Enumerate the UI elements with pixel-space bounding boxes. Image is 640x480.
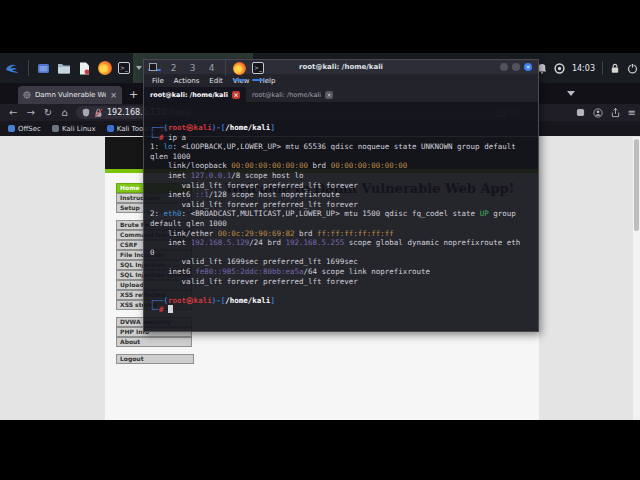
terminal-output[interactable]: ┌──(root㉿kali)-[/home/kali]└─# ip a1: lo… xyxy=(144,102,538,331)
list-all-tabs-chevron-icon[interactable] xyxy=(567,91,575,96)
terminal-icon: >_ xyxy=(252,62,264,74)
terminal-line: qlen 1000 xyxy=(150,152,538,162)
kali-menu-icon[interactable] xyxy=(0,53,24,83)
desktop: >_ 1 2 3 4 >_ xyxy=(0,0,640,480)
kali-linux-icon xyxy=(52,125,59,132)
kali-tools-icon xyxy=(107,125,114,132)
firefox-icon xyxy=(233,62,246,75)
sidebar-item-about[interactable]: About xyxy=(116,337,192,347)
browser-tab-dvwa[interactable]: Damn Vulnerable Web App × xyxy=(18,86,122,104)
tab-close-icon[interactable]: × xyxy=(110,91,117,100)
text-editor-icon[interactable] xyxy=(74,53,94,83)
terminal-line: 0 xyxy=(150,248,538,258)
terminal-line: inet6 ::1/128 scope host noprefixroute xyxy=(150,190,538,200)
extension-icon[interactable] xyxy=(576,108,585,117)
tab-title: Damn Vulnerable Web App xyxy=(35,91,106,99)
share-icon[interactable] xyxy=(611,108,620,118)
terminal-menubar: FileActionsEditViewHelp xyxy=(144,74,538,87)
workspace-4[interactable]: 4 xyxy=(202,63,221,73)
back-button[interactable]: ← xyxy=(9,107,17,118)
kali-dragon-icon xyxy=(5,61,20,76)
show-desktop-icon[interactable] xyxy=(33,53,53,83)
forward-button[interactable]: → xyxy=(26,107,34,118)
tab-favicon-globe-icon xyxy=(23,91,31,99)
terminal-menu-actions[interactable]: Actions xyxy=(174,77,200,85)
close-button[interactable]: × xyxy=(524,63,532,71)
terminal-line: default qlen 1000 xyxy=(150,219,538,229)
terminal-line: └─# xyxy=(150,305,538,315)
new-tab-button[interactable]: + xyxy=(129,88,138,101)
terminal-line: 2: eth0: <BROADCAST,MULTICAST,UP,LOWER_U… xyxy=(150,209,538,219)
terminal-line: inet 192.168.5.129/24 brd 192.168.5.255 … xyxy=(150,238,538,248)
window-icon xyxy=(37,62,50,75)
power-icon[interactable] xyxy=(627,63,638,74)
terminal-tab-1[interactable]: root@kali: /home/kali× xyxy=(144,87,246,102)
taskbar-terminal-window[interactable]: >_ xyxy=(249,53,267,83)
taskbar-separator xyxy=(225,60,226,76)
file-manager-icon[interactable] xyxy=(53,53,74,83)
menu-icon[interactable]: ≡ xyxy=(628,107,636,118)
terminal-line xyxy=(150,286,538,296)
terminal-line: valid_lft forever preferred_lft forever xyxy=(150,200,538,210)
record-icon[interactable] xyxy=(554,63,565,74)
sidebar-item-logout[interactable]: Logout xyxy=(116,354,194,364)
terminal-launcher-icon[interactable]: >_ xyxy=(115,53,133,83)
workspace-2[interactable]: 2 xyxy=(164,63,183,73)
terminal-line: ┌──(root㉿kali)-[/home/kali] xyxy=(150,123,538,133)
tray-separator xyxy=(602,61,603,75)
scrollbar-thumb[interactable] xyxy=(634,139,639,231)
document-icon xyxy=(79,62,90,75)
terminal-tab-close-icon[interactable]: × xyxy=(232,91,240,99)
terminal-window-icon xyxy=(149,63,157,71)
terminal-cursor xyxy=(168,305,173,313)
firefox-launcher-icon[interactable] xyxy=(94,53,115,83)
terminal-tab-2[interactable]: root@kali: /home/kali× xyxy=(246,87,339,102)
terminal-tab-label: root@kali: /home/kali xyxy=(150,91,228,99)
lock-icon[interactable] xyxy=(610,63,620,74)
terminal-tab-bar: root@kali: /home/kali×root@kali: /home/k… xyxy=(144,87,538,102)
terminal-menu-edit[interactable]: Edit xyxy=(209,77,223,85)
tracking-shield-icon[interactable] xyxy=(82,108,90,117)
terminal-line: inet6 fe80::985:2ddc:80bb:ea5a/64 scope … xyxy=(150,267,538,277)
offsec-icon xyxy=(8,125,15,132)
terminal-line: valid_lft 1699sec preferred_lft 1699sec xyxy=(150,257,538,267)
terminal-line: └─# ip a xyxy=(150,133,538,143)
toolbar-extensions: ≡ xyxy=(576,106,636,119)
terminal-line: link/ether 00:0c:29:90:69:82 brd ff:ff:f… xyxy=(150,229,538,239)
bookmark-label: Kali Linux xyxy=(62,125,96,133)
bookmark-kali-linux[interactable]: Kali Linux xyxy=(52,125,96,133)
terminal-line: ┌──(root㉿kali)-[/home/kali] xyxy=(150,296,538,306)
terminal-window: root@kali: /home/kali × FileActionsEditV… xyxy=(143,59,539,332)
account-icon[interactable] xyxy=(593,108,603,118)
taskbar-firefox-window[interactable] xyxy=(230,53,249,83)
firefox-icon xyxy=(98,61,112,75)
home-button[interactable]: ⌂ xyxy=(61,107,67,118)
reload-button[interactable]: ↻ xyxy=(44,107,52,118)
insecure-lock-icon[interactable] xyxy=(94,108,103,118)
chevron-down-icon xyxy=(136,66,142,70)
folder-icon xyxy=(57,62,71,74)
terminal-line: inet 127.0.0.1/8 scope host lo xyxy=(150,171,538,181)
page-scrollbar[interactable] xyxy=(633,137,640,420)
terminal-tab-close-icon[interactable]: × xyxy=(325,91,333,99)
bookmark-offsec[interactable]: OffSec xyxy=(8,125,41,133)
terminal-line: 1: lo: <LOOPBACK,UP,LOWER_UP> mtu 65536 … xyxy=(150,142,538,152)
taskbar-separator xyxy=(28,60,29,76)
terminal-line: valid_lft forever preferred_lft forever xyxy=(150,181,538,191)
terminal-line: valid_lft forever preferred_lft forever xyxy=(150,277,538,287)
terminal-menu-file[interactable]: File xyxy=(152,77,164,85)
terminal-icon: >_ xyxy=(118,62,130,74)
clock[interactable]: 14:03 xyxy=(572,64,595,73)
maximize-button[interactable] xyxy=(512,63,520,71)
workspace-3[interactable]: 3 xyxy=(183,63,202,73)
minimize-button[interactable] xyxy=(500,63,508,71)
terminal-line: link/loopback 00:00:00:00:00:00 brd 00:0… xyxy=(150,161,538,171)
terminal-tab-label: root@kali: /home/kali xyxy=(252,91,321,99)
bookmark-label: OffSec xyxy=(18,125,41,133)
